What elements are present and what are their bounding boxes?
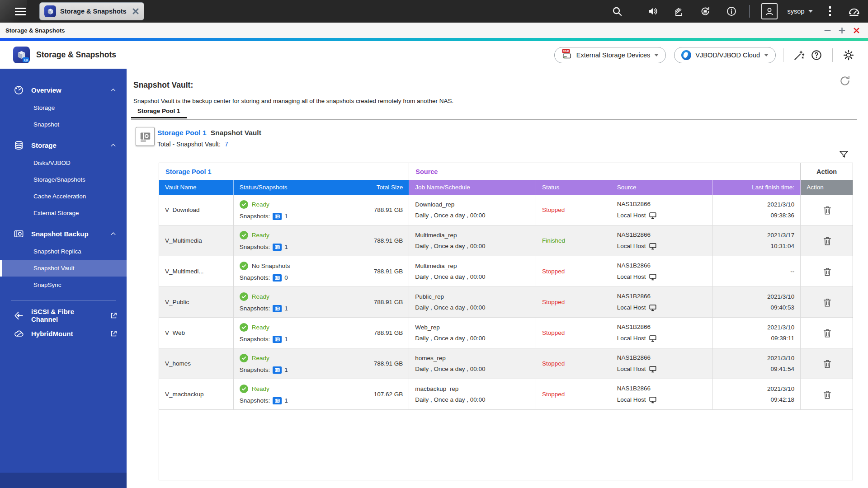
- col-vault-name[interactable]: Vault Name: [159, 180, 234, 195]
- gauge-icon: [14, 85, 24, 95]
- source-cell: NAS1B2866 Local Host: [611, 287, 713, 317]
- table-row[interactable]: V_Web Ready Snapshots: 1 788.91 GB Web_r…: [159, 318, 853, 348]
- job-schedule: Daily , Once a day , 00:00: [415, 212, 530, 219]
- monitor-icon: [649, 334, 657, 343]
- sidebar-item-iscsi-fibre-channel[interactable]: iSCSI & Fibre Channel: [0, 306, 127, 324]
- last-finish-cell: --: [713, 256, 801, 286]
- sidebar-group-overview[interactable]: Overview: [0, 80, 127, 99]
- filter-icon[interactable]: [839, 149, 849, 160]
- status-snapshots-cell: Ready Snapshots: 1: [234, 379, 348, 409]
- resource-monitor-icon[interactable]: [847, 5, 861, 18]
- snapshot-count: 1: [284, 336, 288, 343]
- vault-heading: Storage Pool 1 Snapshot Vault: [157, 129, 261, 137]
- status-ok-icon: [240, 231, 248, 239]
- app-tab[interactable]: Storage & Snapshots: [39, 2, 144, 20]
- delete-vault-icon[interactable]: [822, 359, 832, 369]
- app-icon: [44, 5, 56, 17]
- sync-notifications-icon[interactable]: [700, 6, 711, 17]
- wizard-wand-icon[interactable]: [793, 49, 805, 61]
- table-rows: V_Download Ready Snapshots: 1 788.91 GB …: [159, 195, 853, 410]
- table-row[interactable]: V_homes Ready Snapshots: 1 788.91 GB hom…: [159, 348, 853, 379]
- sidebar-item-snapshot-replica[interactable]: Snapshot Replica: [0, 243, 127, 260]
- snapshots-label: Snapshots:: [240, 274, 270, 281]
- more-options-icon[interactable]: [829, 6, 831, 16]
- job-name: Multimedia_rep: [415, 232, 530, 239]
- snapshot-camera-icon: [273, 213, 282, 220]
- minimize-icon[interactable]: [824, 27, 831, 34]
- sidebar-group-snapshot-backup[interactable]: Snapshot Backup: [0, 224, 127, 243]
- snapshot-count: 1: [284, 366, 288, 373]
- job-cell: Public_rep Daily , Once a day , 00:00: [409, 287, 536, 317]
- col-status[interactable]: Status: [536, 180, 611, 195]
- sidebar-item-snapshot-vault[interactable]: Snapshot Vault: [0, 260, 127, 277]
- user-menu[interactable]: sysop: [788, 8, 813, 15]
- accent-gradient-bar: [0, 38, 868, 41]
- job-schedule: Daily , Once a day , 00:00: [415, 273, 530, 280]
- cloud-icon: [14, 328, 24, 339]
- source-host: Local Host: [617, 273, 646, 280]
- table-row[interactable]: V_Public Ready Snapshots: 1 788.91 GB Pu…: [159, 287, 853, 318]
- table-row[interactable]: V_Multimedi... No Snapshots Snapshots: 0…: [159, 256, 853, 287]
- main-menu-icon[interactable]: [15, 8, 26, 15]
- col-job-name[interactable]: Job Name/Schedule: [409, 180, 536, 195]
- delete-vault-icon[interactable]: [822, 267, 832, 277]
- sidebar-item-storage-snapshots[interactable]: Storage/Snapshots: [0, 171, 127, 188]
- delete-vault-icon[interactable]: [822, 236, 832, 246]
- background-tasks-icon[interactable]: [674, 6, 684, 17]
- source-name: NAS1B2866: [617, 201, 707, 207]
- sidebar-item-snapsync[interactable]: SnapSync: [0, 277, 127, 293]
- delete-vault-icon[interactable]: [822, 328, 832, 338]
- help-icon[interactable]: [811, 49, 822, 61]
- table-row[interactable]: V_macbackup Ready Snapshots: 1 107.62 GB…: [159, 379, 853, 410]
- vjbod-cloud-label: VJBOD/VJBOD Cloud: [695, 52, 760, 59]
- delete-vault-icon[interactable]: [822, 297, 832, 307]
- total-size-cell: 788.91 GB: [347, 318, 409, 348]
- sidebar-item-overview-storage[interactable]: Storage: [0, 99, 127, 116]
- gear-icon[interactable]: [843, 49, 854, 61]
- snapshots-label: Snapshots:: [240, 397, 270, 404]
- vjbod-cloud-button[interactable]: VJBOD/VJBOD Cloud: [674, 47, 776, 63]
- maximize-icon[interactable]: [839, 27, 845, 34]
- job-status-cell: Stopped: [536, 195, 611, 225]
- source-host: Local Host: [617, 212, 646, 219]
- table-row[interactable]: V_Download Ready Snapshots: 1 788.91 GB …: [159, 195, 853, 225]
- volume-icon[interactable]: [647, 6, 658, 17]
- status-ok-icon: [240, 323, 248, 332]
- col-source[interactable]: Source: [611, 180, 713, 195]
- snapshot-count: 1: [284, 397, 288, 404]
- sidebar-item-overview-snapshot[interactable]: Snapshot: [0, 116, 127, 133]
- header-separator: [832, 48, 833, 62]
- job-name: Multimedia_rep: [415, 263, 530, 269]
- source-name: NAS1B2866: [617, 354, 707, 361]
- delete-vault-icon[interactable]: [822, 205, 832, 215]
- pool-link[interactable]: Storage Pool 1: [157, 129, 207, 136]
- last-finish-cell: 2021/3/17 10:31:04: [713, 225, 801, 256]
- sidebar-group-label: Storage: [31, 141, 103, 149]
- avatar[interactable]: [761, 3, 778, 19]
- app-logo-icon: [13, 47, 30, 63]
- tab-storage-pool-1[interactable]: Storage Pool 1: [131, 108, 187, 118]
- tab-close-icon[interactable]: [132, 8, 139, 15]
- sidebar-item-hybridmount[interactable]: HybridMount: [0, 324, 127, 343]
- refresh-icon[interactable]: [839, 75, 851, 87]
- table-row[interactable]: V_Multimedia Ready Snapshots: 1 788.91 G…: [159, 225, 853, 256]
- external-storage-devices-button[interactable]: RAID External Storage Devices: [554, 47, 666, 63]
- sidebar-item-cache-acceleration[interactable]: Cache Acceleration: [0, 188, 127, 205]
- table-group-header: Storage Pool 1 Source Action: [159, 163, 853, 180]
- sidebar-item-external-storage[interactable]: External Storage: [0, 205, 127, 221]
- col-total-size[interactable]: Total Size: [347, 180, 409, 195]
- search-icon[interactable]: [612, 6, 623, 17]
- sidebar-item-disks-vjbod[interactable]: Disks/VJBOD: [0, 155, 127, 171]
- col-last-finish[interactable]: Last finish time:: [713, 180, 801, 195]
- app-header: Storage & Snapshots RAID External Storag…: [0, 41, 868, 69]
- info-icon[interactable]: [726, 6, 737, 17]
- snapshot-camera-icon: [273, 397, 282, 404]
- status-ok-icon: [240, 262, 248, 270]
- close-window-icon[interactable]: [853, 27, 860, 34]
- delete-vault-icon[interactable]: [822, 389, 832, 399]
- monitor-icon: [649, 396, 657, 404]
- sidebar-group-storage[interactable]: Storage: [0, 136, 127, 155]
- action-cell: [801, 287, 853, 317]
- job-schedule: Daily , Once a day , 00:00: [415, 243, 530, 249]
- col-status-snapshots[interactable]: Status/Snapshots: [234, 180, 348, 195]
